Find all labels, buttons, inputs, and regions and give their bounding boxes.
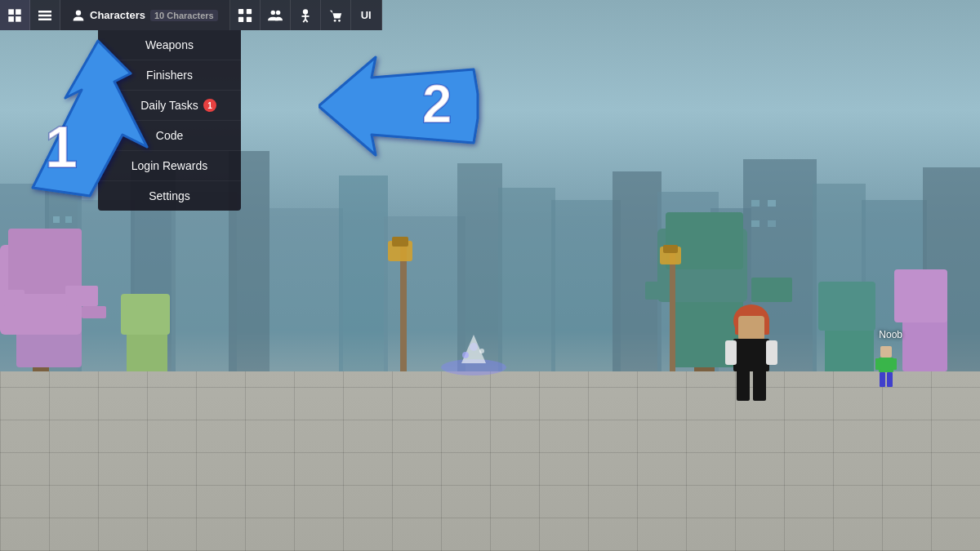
svg-rect-47: [894, 269, 947, 322]
ui-label: UI: [361, 9, 372, 21]
bg-purple-trees: [751, 184, 980, 388]
svg-line-91: [305, 19, 308, 22]
svg-rect-31: [82, 306, 106, 318]
squad-icon: [238, 8, 252, 23]
svg-rect-30: [65, 286, 98, 306]
svg-rect-64: [875, 358, 881, 370]
svg-rect-61: [753, 370, 766, 401]
roblox-icon: [6, 7, 24, 24]
svg-rect-62: [880, 346, 892, 358]
svg-rect-67: [887, 372, 893, 387]
svg-rect-35: [121, 294, 170, 335]
svg-rect-66: [880, 372, 885, 387]
squad-button[interactable]: [230, 0, 261, 30]
svg-rect-58: [725, 340, 737, 365]
svg-point-92: [333, 19, 336, 21]
svg-text:1: 1: [45, 114, 78, 180]
svg-rect-76: [16, 16, 21, 22]
characters-icon: [72, 9, 85, 22]
noob-label: Noob: [879, 329, 902, 340]
svg-rect-29: [8, 229, 82, 294]
battle-effect: [433, 331, 514, 380]
svg-rect-73: [8, 9, 14, 15]
svg-point-87: [303, 9, 308, 14]
svg-rect-32: [4, 290, 24, 306]
svg-point-86: [276, 10, 280, 14]
menu-icon: [37, 7, 53, 24]
svg-rect-77: [38, 11, 51, 13]
svg-rect-53: [663, 245, 678, 253]
lamp-post-right: [645, 245, 710, 392]
player-character: [719, 298, 784, 404]
svg-rect-57: [733, 339, 769, 371]
people-button[interactable]: [261, 0, 291, 30]
arrow-annotation-2: 2: [318, 33, 482, 180]
svg-marker-96: [318, 57, 478, 155]
svg-rect-74: [16, 9, 21, 15]
svg-rect-51: [670, 249, 675, 380]
svg-rect-82: [247, 8, 252, 13]
svg-rect-59: [766, 340, 777, 365]
noob-character: [874, 344, 898, 389]
arrow-annotation-1: 1: [16, 24, 196, 204]
svg-point-70: [462, 352, 469, 358]
svg-rect-81: [238, 8, 243, 13]
svg-text:2: 2: [422, 73, 452, 134]
characters-label: Characters: [90, 9, 145, 21]
svg-point-80: [76, 10, 81, 15]
svg-point-72: [470, 343, 478, 351]
svg-point-85: [270, 10, 274, 14]
svg-rect-78: [38, 14, 51, 16]
people-icon: [268, 8, 283, 23]
svg-rect-56: [738, 316, 764, 340]
svg-rect-84: [247, 16, 252, 21]
svg-point-71: [479, 349, 484, 353]
shop-button[interactable]: [321, 0, 351, 30]
character-count-badge: 10 Characters: [150, 10, 218, 21]
svg-rect-60: [737, 370, 750, 401]
figure-icon: [298, 8, 313, 23]
svg-rect-83: [238, 16, 243, 21]
svg-rect-65: [891, 358, 897, 370]
daily-tasks-badge: 1: [203, 99, 216, 112]
cart-icon: [328, 8, 343, 23]
ui-button[interactable]: UI: [351, 0, 382, 30]
svg-rect-75: [8, 16, 14, 22]
svg-rect-48: [400, 245, 407, 384]
figure-button[interactable]: [291, 0, 321, 30]
ground: [0, 371, 980, 551]
svg-point-93: [338, 19, 341, 21]
svg-rect-79: [38, 18, 51, 20]
svg-rect-50: [392, 237, 408, 247]
